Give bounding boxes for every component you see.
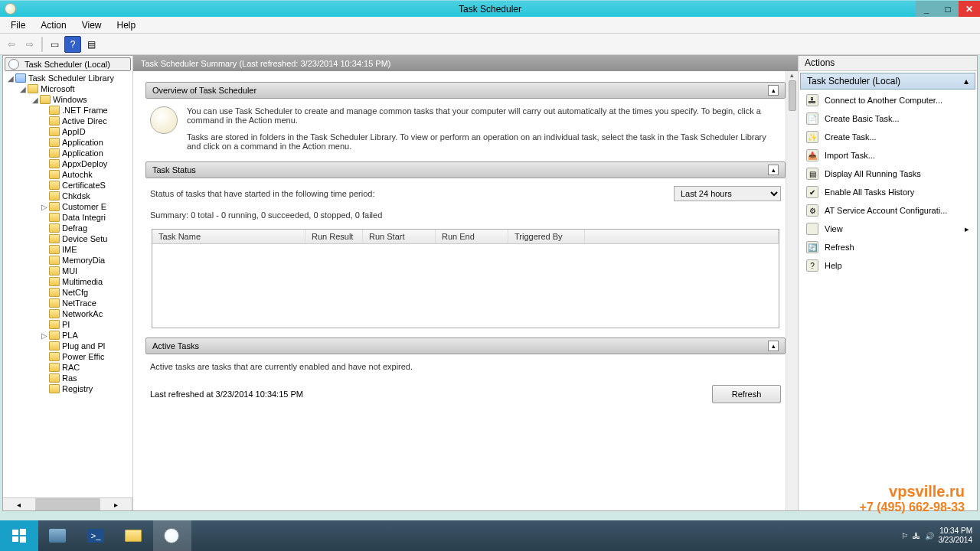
actions-pane: Actions Task Scheduler (Local)▴ 🖧Connect… <box>798 56 977 510</box>
tree-item[interactable]: Application <box>5 148 132 158</box>
tree-item[interactable]: MemoryDia <box>5 255 132 266</box>
tree-microsoft[interactable]: ◢Microsoft <box>5 83 132 94</box>
menu-help[interactable]: Help <box>109 18 144 32</box>
properties-tool[interactable]: ▤ <box>83 36 100 53</box>
tree-item[interactable]: Plug and Pl <box>5 341 132 351</box>
tree-item[interactable]: Active Direc <box>5 116 132 126</box>
tree-item[interactable]: Device Setu <box>5 233 132 244</box>
action-icon: ⚙ <box>806 204 818 217</box>
tree-item[interactable]: Multimedia <box>5 276 132 287</box>
tree-item[interactable]: Data Integri <box>5 212 132 223</box>
tree-item[interactable]: ▷PLA <box>5 330 132 341</box>
taskbar-explorer[interactable] <box>115 520 153 551</box>
start-button[interactable] <box>0 520 38 551</box>
tree-item[interactable]: Ras <box>5 373 132 383</box>
taskbar-server-manager[interactable] <box>38 520 77 551</box>
folder-icon <box>28 84 38 93</box>
tree-item[interactable]: Registry <box>5 383 132 394</box>
action-item[interactable]: ?Help <box>799 256 977 275</box>
collapse-icon[interactable]: ▴ <box>768 165 779 175</box>
clock-icon <box>8 59 19 70</box>
vertical-scrollbar[interactable]: ▴ <box>786 71 798 510</box>
tree-windows[interactable]: ◢Windows <box>5 94 132 105</box>
help-tool[interactable]: ? <box>64 36 81 53</box>
action-icon: ✨ <box>806 131 818 143</box>
tree-root[interactable]: Task Scheduler (Local) <box>5 57 131 71</box>
tree-item[interactable]: Defrag <box>5 223 132 233</box>
center-pane: Task Scheduler Summary (Last refreshed: … <box>133 56 798 510</box>
tree-item[interactable]: IME <box>5 244 132 255</box>
action-icon: ✔ <box>806 186 818 198</box>
minimize-button[interactable]: _ <box>916 1 937 17</box>
action-item[interactable]: 🖧Connect to Another Computer... <box>799 91 977 109</box>
taskbar-powershell[interactable]: >_ <box>77 520 115 551</box>
action-item[interactable]: 📄Create Basic Task... <box>799 109 977 128</box>
library-icon <box>15 73 26 83</box>
menu-action[interactable]: Action <box>33 18 74 32</box>
show-hide-btn[interactable]: ▭ <box>46 36 63 53</box>
summary-header: Task Scheduler Summary (Last refreshed: … <box>133 56 798 71</box>
tree-item[interactable]: Autochk <box>5 169 132 180</box>
action-item[interactable]: View▸ <box>799 220 977 238</box>
action-icon: 📥 <box>806 149 818 161</box>
app-icon <box>5 3 16 15</box>
task-table: Task Name Run Result Run Start Run End T… <box>152 229 779 328</box>
tree-item[interactable]: NetTrace <box>5 298 132 308</box>
overview-section-header[interactable]: Overview of Task Scheduler▴ <box>145 82 786 99</box>
collapse-icon[interactable]: ▴ <box>768 341 779 351</box>
tree-item[interactable]: AppxDeploy <box>5 158 132 169</box>
volume-icon: 🔊 <box>925 532 934 540</box>
windows-logo-icon <box>11 528 27 543</box>
action-item[interactable]: 🔄Refresh <box>799 238 977 256</box>
action-icon: 📄 <box>806 112 818 125</box>
flag-icon: ⚐ <box>901 532 908 540</box>
separator <box>41 37 43 52</box>
tree-item[interactable]: PI <box>5 319 132 330</box>
refresh-button[interactable]: Refresh <box>712 385 781 403</box>
task-status-header[interactable]: Task Status▴ <box>145 161 786 178</box>
network-icon: 🖧 <box>913 532 920 540</box>
tree-item[interactable]: NetworkAc <box>5 308 132 319</box>
tree-item[interactable]: RAC <box>5 362 132 373</box>
maximize-button[interactable]: □ <box>937 1 959 17</box>
tree-library[interactable]: ◢Task Scheduler Library <box>5 73 132 83</box>
tree-item[interactable]: CertificateS <box>5 180 132 191</box>
action-item[interactable]: ✔Enable All Tasks History <box>799 183 977 201</box>
close-button[interactable]: ✕ <box>959 1 980 17</box>
back-button: ⇦ <box>3 36 20 53</box>
col-triggered-by[interactable]: Triggered By <box>508 230 585 243</box>
action-icon <box>806 223 818 235</box>
col-run-end[interactable]: Run End <box>436 230 508 243</box>
menu-view[interactable]: View <box>74 18 109 32</box>
active-tasks-header[interactable]: Active Tasks▴ <box>145 337 786 354</box>
window-titlebar: Task Scheduler _ □ ✕ <box>0 0 980 17</box>
svg-rect-3 <box>20 536 26 543</box>
action-icon: 🖧 <box>806 94 818 106</box>
tree-item[interactable]: .NET Frame <box>5 105 132 116</box>
tree-item[interactable]: ▷Customer E <box>5 201 132 212</box>
action-item[interactable]: ▤Display All Running Tasks <box>799 165 977 183</box>
collapse-icon[interactable]: ▴ <box>768 85 779 96</box>
tree-scrollbar-horizontal[interactable]: ◂▸ <box>3 497 132 510</box>
col-run-start[interactable]: Run Start <box>363 230 436 243</box>
action-item[interactable]: ✨Create Task... <box>799 128 977 146</box>
system-tray[interactable]: ⚐ 🖧 🔊 10:34 PM 3/23/2014 <box>893 527 981 545</box>
tree-item[interactable]: Chkdsk <box>5 191 132 201</box>
toolbar: ⇦ ⇨ ▭ ? ▤ <box>0 34 980 55</box>
tree-item[interactable]: AppID <box>5 126 132 137</box>
action-item[interactable]: ⚙AT Service Account Configurati... <box>799 201 977 220</box>
time-period-select[interactable]: Last 24 hours <box>674 186 781 201</box>
tree-pane: Task Scheduler (Local) ◢Task Scheduler L… <box>3 56 133 510</box>
taskbar-task-scheduler[interactable] <box>153 520 191 551</box>
menu-file[interactable]: File <box>3 18 33 32</box>
tray-date: 3/23/2014 <box>939 536 973 545</box>
action-icon: 🔄 <box>806 241 818 253</box>
actions-scope[interactable]: Task Scheduler (Local)▴ <box>800 73 975 90</box>
col-task-name[interactable]: Task Name <box>152 230 305 243</box>
col-run-result[interactable]: Run Result <box>305 230 363 243</box>
tree-item[interactable]: Application <box>5 137 132 148</box>
tree-item[interactable]: MUI <box>5 266 132 276</box>
tree-item[interactable]: NetCfg <box>5 287 132 298</box>
action-item[interactable]: 📥Import Task... <box>799 146 977 165</box>
tree-item[interactable]: Power Effic <box>5 351 132 362</box>
